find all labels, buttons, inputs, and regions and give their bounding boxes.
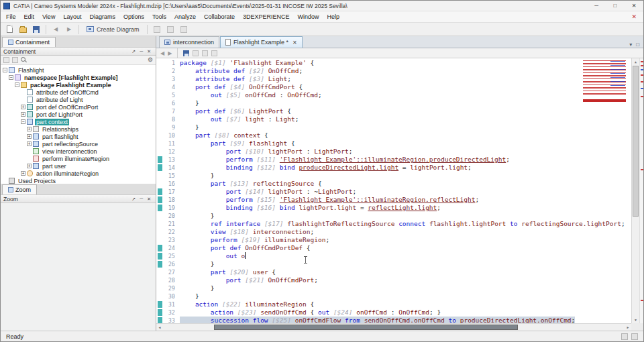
new-project-button[interactable] — [3, 24, 15, 35]
menu-view[interactable]: View — [38, 12, 59, 21]
editor-tab-interconnection[interactable]: interconnection — [159, 36, 219, 48]
code-editor[interactable]: 1package [$1] 'Flashlight Example' {2 at… — [156, 58, 643, 331]
editor-tool-icon[interactable] — [211, 50, 217, 56]
code-line[interactable]: 29 } — [156, 284, 631, 292]
tree-item[interactable]: +part user — [1, 162, 156, 170]
tree-item[interactable]: Used Projects — [1, 177, 156, 184]
maximize-button[interactable]: □ — [606, 1, 625, 11]
expand-icon[interactable]: + — [27, 141, 32, 146]
code-line[interactable]: 15 } — [156, 172, 631, 180]
scroll-left-icon[interactable]: ◀ — [156, 324, 163, 331]
collapse-icon[interactable]: − — [3, 68, 7, 72]
code-line[interactable]: 24 port def OnOffCmdPortDef { — [156, 244, 631, 252]
tree-item[interactable]: −namespace [Flashlight Example] — [1, 74, 156, 81]
code-line[interactable]: 10 part [$8] context { — [156, 131, 631, 139]
tree-item[interactable]: −Flashlight — [1, 66, 156, 74]
memory-indicator-icon[interactable] — [621, 333, 628, 340]
code-line[interactable]: 27 part [$20] user { — [156, 268, 631, 276]
toolbar-extra-button[interactable] — [178, 24, 190, 35]
code-line[interactable]: 8 out [$7] light : Light; — [156, 115, 631, 123]
code-line[interactable]: 25 out o — [156, 252, 631, 260]
panel-float-icon[interactable]: ↗ — [129, 196, 138, 202]
notifications-icon[interactable] — [631, 333, 638, 340]
search-icon[interactable] — [21, 57, 27, 63]
code-line[interactable]: 28 port [$21] OnOffCmdPort; — [156, 276, 631, 284]
tree-item[interactable]: +part reflectingSource — [1, 140, 156, 148]
horizontal-scroll-thumb[interactable] — [214, 325, 518, 330]
code-line[interactable]: 18 perform [$15] 'Flashlight Example'::i… — [156, 196, 631, 204]
open-project-button[interactable] — [17, 24, 29, 35]
expand-icon[interactable]: + — [27, 164, 32, 168]
toolbar-extra-button[interactable] — [164, 24, 176, 35]
code-line[interactable]: 9 } — [156, 123, 631, 131]
tree-item[interactable]: −part context — [1, 118, 156, 125]
editor-tool-icon[interactable] — [193, 50, 199, 56]
code-line[interactable]: 30 } — [156, 292, 631, 300]
scroll-up-icon[interactable]: ▲ — [632, 58, 639, 65]
navigate-forward-button[interactable]: ▶ — [63, 24, 75, 35]
code-line[interactable]: 3 attribute def [$3] Light; — [156, 75, 631, 83]
code-line[interactable]: 12 port [$10] lightPort : LightPort; — [156, 148, 631, 156]
toolbar-extra-button[interactable] — [151, 24, 163, 35]
code-line[interactable]: 2 attribute def [$2] OnOffCmd; — [156, 67, 631, 75]
menu-help[interactable]: Help — [323, 12, 344, 21]
tree-item[interactable]: +action illuminateRegion — [1, 170, 156, 177]
collapse-icon[interactable]: − — [21, 119, 25, 124]
close-tab-icon[interactable]: ✕ — [292, 40, 297, 46]
expand-icon[interactable]: + — [21, 105, 25, 109]
save-project-button[interactable] — [30, 24, 42, 35]
tree-item[interactable]: +port def OnOffCmdPort — [1, 103, 156, 111]
code-line[interactable]: 5 out [$5] onOffCmd : OnOffCmd; — [156, 91, 631, 99]
expand-all-icon[interactable] — [12, 57, 18, 63]
menu-tools[interactable]: Tools — [148, 12, 170, 21]
editor-tool-icon[interactable] — [202, 50, 208, 56]
code-line[interactable]: 21 ref interface [$17] flashlightToRefle… — [156, 220, 631, 228]
tree-item[interactable]: perform illuminateRegion — [1, 155, 156, 162]
maximize-editor-icon[interactable]: □ — [636, 42, 639, 48]
tab-containment[interactable]: Containment — [2, 37, 56, 47]
gear-icon[interactable]: ⚙ — [148, 57, 153, 63]
code-line[interactable]: 14 binding [$12] bind produceDirectedLig… — [156, 164, 631, 172]
code-line[interactable]: 32 action [$23] sendOnOffCmd { out [$24]… — [156, 308, 631, 317]
vertical-scroll-thumb[interactable] — [633, 66, 639, 217]
code-line[interactable]: 23 perform [$19] illuminateRegion; — [156, 236, 631, 244]
menu-file[interactable]: File — [2, 12, 20, 21]
menu-collaborate[interactable]: Collaborate — [200, 12, 239, 21]
scroll-right-icon[interactable]: ▶ — [625, 324, 631, 331]
code-line[interactable]: 22 view [$18] interconnection; — [156, 228, 631, 236]
minimize-button[interactable]: ─ — [587, 1, 606, 11]
tree-item[interactable]: +Relationships — [1, 125, 156, 133]
save-editor-icon[interactable] — [183, 50, 189, 56]
collapse-icon[interactable]: − — [15, 82, 19, 87]
tree-item[interactable]: attribute def Light — [1, 96, 156, 103]
code-line[interactable]: 17 port [$14] lightPort : ~LightPort; — [156, 188, 631, 196]
code-line[interactable]: 6 } — [156, 99, 631, 107]
collapse-icon[interactable]: − — [9, 75, 13, 80]
code-line[interactable]: 26 } — [156, 260, 631, 268]
tab-zoom[interactable]: Zoom — [2, 184, 37, 194]
horizontal-scrollbar[interactable]: ◀ ▶ — [156, 323, 631, 331]
code-line[interactable]: 19 binding [$16] bind lightPort.light = … — [156, 204, 631, 212]
forward-icon[interactable]: ▶ — [168, 50, 172, 56]
panel-close-icon[interactable]: ✕ — [145, 196, 153, 202]
expand-icon[interactable]: + — [21, 112, 25, 117]
menu-diagrams[interactable]: Diagrams — [85, 12, 119, 21]
menu-layout[interactable]: Layout — [59, 12, 85, 21]
expand-icon[interactable]: + — [27, 134, 32, 139]
menu-options[interactable]: Options — [119, 12, 148, 21]
tree-item[interactable]: +part flashlight — [1, 133, 156, 140]
create-diagram-button[interactable]: Create Diagram — [83, 25, 144, 34]
expand-icon[interactable]: + — [21, 171, 25, 176]
panel-minimize-icon[interactable]: ─ — [138, 196, 145, 201]
code-line[interactable]: 13 perform [$11] 'Flashlight Example'::i… — [156, 156, 631, 164]
close-button[interactable]: ✕ — [625, 1, 643, 11]
toolbar-close-icon[interactable]: ✕ — [626, 13, 642, 20]
menu-3dexperience[interactable]: 3DEXPERIENCE — [239, 12, 294, 21]
tree-item[interactable]: attribute def OnOffCmd — [1, 89, 156, 96]
vertical-scrollbar[interactable]: ▲ ▼ — [631, 58, 639, 323]
code-line[interactable]: 7 port def [$6] LightPort { — [156, 107, 631, 115]
menu-analyze[interactable]: Analyze — [170, 12, 200, 21]
navigate-back-button[interactable]: ◀ — [50, 24, 62, 35]
scroll-down-icon[interactable]: ▼ — [632, 317, 639, 323]
code-line[interactable]: 33 succession flow [$25] onOffCmdFlow fr… — [156, 317, 631, 323]
